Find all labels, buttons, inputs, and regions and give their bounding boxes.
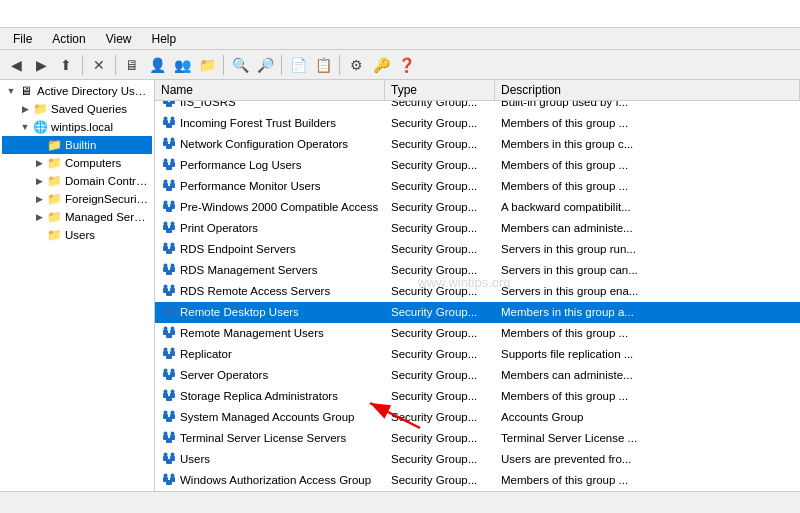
list-row[interactable]: Pre-Windows 2000 Compatible AccessSecuri… xyxy=(155,197,800,218)
tree-item-0[interactable]: ▼🖥Active Directory Users and Comp xyxy=(2,82,152,100)
list-row[interactable]: Terminal Server License ServersSecurity … xyxy=(155,428,800,449)
menu-action[interactable]: Action xyxy=(43,29,94,49)
toolbar-settings[interactable]: ⚙ xyxy=(344,53,368,77)
svg-point-123 xyxy=(164,390,168,394)
row-icon-13 xyxy=(161,157,177,173)
row-icon-19 xyxy=(161,283,177,299)
row-name-text-11: Incoming Forest Trust Builders xyxy=(180,117,336,129)
col-header-type[interactable]: Type xyxy=(385,80,495,100)
col-header-desc[interactable]: Description xyxy=(495,80,800,100)
toolbar-user[interactable]: 👤 xyxy=(145,53,169,77)
toolbar-search2[interactable]: 🔎 xyxy=(253,53,277,77)
tree-expand-1[interactable]: ▶ xyxy=(18,102,32,116)
tree-item-6[interactable]: ▶📁ForeignSecurityPrincipals xyxy=(2,190,152,208)
row-name-text-23: Server Operators xyxy=(180,369,268,381)
toolbar-forward[interactable]: ▶ xyxy=(29,53,53,77)
cell-name-16: Print Operators xyxy=(155,218,385,238)
tree-expand-6[interactable]: ▶ xyxy=(32,192,46,206)
tree-expand-4[interactable]: ▶ xyxy=(32,156,46,170)
svg-point-84 xyxy=(171,222,175,226)
svg-rect-117 xyxy=(166,375,172,380)
list-row[interactable]: UsersSecurity Group...Users are prevente… xyxy=(155,449,800,470)
tree-item-1[interactable]: ▶📁Saved Queries xyxy=(2,100,152,118)
tree-expand-2[interactable]: ▼ xyxy=(18,120,32,134)
toolbar-copy2[interactable]: 📋 xyxy=(311,53,335,77)
list-row[interactable]: Remote Desktop UsersSecurity Group...Mem… xyxy=(155,302,800,323)
toolbar-folder[interactable]: 📁 xyxy=(195,53,219,77)
row-icon-12 xyxy=(161,136,177,152)
list-row[interactable]: Network Configuration OperatorsSecurity … xyxy=(155,134,800,155)
list-row[interactable]: Remote Management UsersSecurity Group...… xyxy=(155,323,800,344)
tree-expand-0[interactable]: ▼ xyxy=(4,84,18,98)
menu-view[interactable]: View xyxy=(97,29,141,49)
minimize-button[interactable] xyxy=(734,5,752,23)
tree-item-8[interactable]: 📁Users xyxy=(2,226,152,244)
tree-item-5[interactable]: ▶📁Domain Controllers xyxy=(2,172,152,190)
svg-rect-112 xyxy=(166,354,172,359)
tree-expand-7[interactable]: ▶ xyxy=(32,210,46,224)
svg-rect-62 xyxy=(166,144,172,149)
svg-point-119 xyxy=(171,369,175,373)
cell-name-18: RDS Management Servers xyxy=(155,260,385,280)
list-row[interactable]: Storage Replica AdministratorsSecurity G… xyxy=(155,386,800,407)
toolbar-back[interactable]: ◀ xyxy=(4,53,28,77)
toolbar-help[interactable]: ❓ xyxy=(394,53,418,77)
list-row[interactable]: RDS Management ServersSecurity Group...S… xyxy=(155,260,800,281)
row-icon-28 xyxy=(161,472,177,488)
row-icon-14 xyxy=(161,178,177,194)
cell-type-19: Security Group... xyxy=(385,283,495,299)
window-controls xyxy=(734,5,792,23)
toolbar-search1[interactable]: 🔍 xyxy=(228,53,252,77)
svg-point-88 xyxy=(164,243,168,247)
row-name-text-13: Performance Log Users xyxy=(180,159,301,171)
cell-desc-11: Members of this group ... xyxy=(495,115,800,131)
list-row[interactable]: Performance Log UsersSecurity Group...Me… xyxy=(155,155,800,176)
maximize-button[interactable] xyxy=(754,5,772,23)
cell-desc-18: Servers in this group can... xyxy=(495,262,800,278)
menu-file[interactable]: File xyxy=(4,29,41,49)
toolbar-copy1[interactable]: 📄 xyxy=(286,53,310,77)
list-row[interactable]: System Managed Accounts GroupSecurity Gr… xyxy=(155,407,800,428)
menu-help[interactable]: Help xyxy=(143,29,186,49)
list-row[interactable]: RDS Remote Access ServersSecurity Group.… xyxy=(155,281,800,302)
cell-name-20: Remote Desktop Users xyxy=(155,302,385,322)
list-row[interactable]: Windows Authorization Access GroupSecuri… xyxy=(155,470,800,491)
svg-rect-52 xyxy=(166,102,172,107)
list-row[interactable]: Server OperatorsSecurity Group...Members… xyxy=(155,365,800,386)
svg-point-78 xyxy=(164,201,168,205)
toolbar-delete[interactable]: ✕ xyxy=(87,53,111,77)
tree-item-3[interactable]: 📁Builtin xyxy=(2,136,152,154)
list-row[interactable]: ReplicatorSecurity Group...Supports file… xyxy=(155,344,800,365)
cell-name-22: Replicator xyxy=(155,344,385,364)
row-icon-17 xyxy=(161,241,177,257)
tree-label-5: Domain Controllers xyxy=(65,175,150,187)
tree-label-8: Users xyxy=(65,229,95,241)
tree-pane: ▼🖥Active Directory Users and Comp▶📁Saved… xyxy=(0,80,155,491)
toolbar-computer[interactable]: 🖥 xyxy=(120,53,144,77)
row-name-text-24: Storage Replica Administrators xyxy=(180,390,338,402)
svg-point-104 xyxy=(171,306,175,310)
tree-expand-5[interactable]: ▶ xyxy=(32,174,46,188)
toolbar-sep4 xyxy=(281,55,282,75)
col-header-name[interactable]: Name xyxy=(155,80,385,100)
tree-item-4[interactable]: ▶📁Computers xyxy=(2,154,152,172)
toolbar-group[interactable]: 👥 xyxy=(170,53,194,77)
tree-item-7[interactable]: ▶📁Managed Service Accoun xyxy=(2,208,152,226)
tree-item-2[interactable]: ▼🌐wintips.local xyxy=(2,118,152,136)
list-row[interactable]: RDS Endpoint ServersSecurity Group...Ser… xyxy=(155,239,800,260)
tree-icon-7: 📁 xyxy=(46,209,62,225)
cell-type-21: Security Group... xyxy=(385,325,495,341)
tree-expand-3[interactable] xyxy=(32,138,46,152)
toolbar-key[interactable]: 🔑 xyxy=(369,53,393,77)
cell-type-25: Security Group... xyxy=(385,409,495,425)
close-button[interactable] xyxy=(774,5,792,23)
toolbar-sep3 xyxy=(223,55,224,75)
menu-bar: File Action View Help xyxy=(0,28,800,50)
list-row[interactable]: Incoming Forest Trust BuildersSecurity G… xyxy=(155,113,800,134)
list-row[interactable]: Performance Monitor UsersSecurity Group.… xyxy=(155,176,800,197)
svg-point-83 xyxy=(164,222,168,226)
svg-point-79 xyxy=(171,201,175,205)
toolbar-up[interactable]: ⬆ xyxy=(54,53,78,77)
tree-expand-8[interactable] xyxy=(32,228,46,242)
list-row[interactable]: Print OperatorsSecurity Group...Members … xyxy=(155,218,800,239)
